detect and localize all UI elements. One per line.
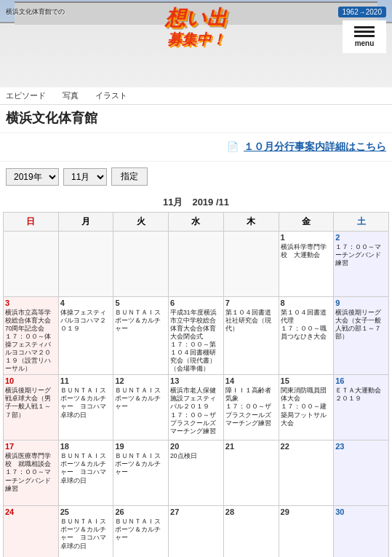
cell-date: 6 [170, 299, 222, 307]
list-item: ＢＵＮＴＡＩスポーツ＆カルチャー ヨコハマ 卓球の日 [60, 387, 112, 419]
cell-date: 7 [225, 299, 277, 307]
table-row: 14障ＩＩ１高齢者気象１７：００～ザプラスクールズマーチング練習 [223, 375, 279, 441]
table-row: 29 [279, 506, 334, 557]
nav-illustration[interactable]: イラスト [95, 90, 127, 101]
list-item: 障ＩＩ１高齢者気象 [225, 387, 277, 403]
table-row: 12ＢＵＮＴＡＩスポーツ＆カルチャー [113, 375, 169, 441]
event-link-icon: 📄 [227, 141, 239, 152]
weekday-thu: 木 [223, 213, 279, 232]
table-row: 15関東消防職員団体大会１７：００～建築局フットサル大会 [279, 375, 334, 441]
table-row: 21 [223, 441, 279, 506]
table-row: 9横浜後期リーグ大会（女子一般人戦の部１～７部） [334, 297, 389, 375]
weekday-sat: 土 [334, 213, 389, 232]
cell-date: 14 [225, 376, 277, 385]
list-item: 横浜後期リーグ戦卓球大会（男子一般人戦１～７部） [5, 387, 57, 419]
page-title-bar: 横浜文化体育館 [0, 105, 392, 133]
list-item: 横浜後期リーグ大会（女子一般人戦の部１～７部） [335, 309, 387, 341]
cell-date: 9 [335, 299, 387, 307]
table-row: 16ＥＴＡ大運動会２０１９ [334, 375, 389, 441]
cell-date: 13 [170, 376, 222, 385]
list-item: 第１０４回書道社社研究会（現代） [225, 309, 277, 333]
table-row [58, 232, 113, 297]
list-item: １７：００～ザプラスクールズマーチング練習 [170, 411, 222, 435]
table-row: 18ＢＵＮＴＡＩスポーツ＆カルチャー ヨコハマ 卓球の日 [58, 441, 113, 506]
list-item: 20点検日 [170, 452, 222, 460]
list-item: １７：００～体操フェスティバルヨコハマ２０１９（設営リハーサル） [5, 333, 57, 373]
list-item: 第１０４回書道代理 [281, 309, 332, 325]
menu-button[interactable]: menu [343, 20, 386, 53]
date-filter: 2019年 11月 指定 [0, 162, 392, 191]
table-row [223, 232, 279, 297]
header-right: 1962→2020 menu [338, 7, 387, 53]
weekday-sun: 日 [4, 213, 59, 232]
table-row: 13横浜市老人保健施設フェスティバル２０１９１７：００～ザプラスクールズマーチン… [169, 375, 224, 441]
month-select[interactable]: 11月 [63, 168, 107, 186]
year-select[interactable]: 2019年 [6, 168, 59, 186]
list-item: 横浜市老人保健施設フェスティバル２０１９ [170, 387, 222, 411]
list-item: ＢＵＮＴＡＩスポーツ＆カルチャー [115, 309, 167, 333]
cell-date: 2 [335, 233, 387, 242]
cell-date: 25 [60, 507, 112, 516]
list-item: 体操フェスティバルヨコハマ２０１９ [60, 309, 112, 333]
nav-bar: エピソード 写真 イラスト [0, 87, 392, 105]
list-item: ＢＵＮＴＡＩスポーツ＆カルチャー [115, 452, 167, 476]
table-row: 10横浜後期リーグ戦卓球大会（男子一般人戦１～７部） [4, 375, 59, 441]
weekday-mon: 月 [58, 213, 113, 232]
list-item: ＢＵＮＴＡＩスポーツ＆カルチャー [115, 387, 167, 411]
cell-date: 26 [115, 507, 167, 516]
nav-episode[interactable]: エピソード [6, 90, 46, 101]
list-item: 関東消防職員団体大会 [281, 387, 332, 403]
weekday-fri: 金 [279, 213, 334, 232]
cell-date: 12 [115, 376, 167, 385]
cell-date: 30 [335, 507, 387, 516]
table-row: 30 [334, 506, 389, 557]
calendar-table: 日 月 火 水 木 金 土 1横浜科学専門学校 大運動会2１７：００～マーチング… [3, 212, 389, 557]
table-row [169, 232, 224, 297]
table-row: 25ＢＵＮＴＡＩスポーツ＆カルチャー ヨコハマ 卓球の日 [58, 506, 113, 557]
table-row: 22 [279, 441, 334, 506]
list-item: １７：００～マーチングバンド練習 [335, 243, 387, 267]
list-item: １７：００～ザプラスクールズマーチング練習 [225, 403, 277, 427]
table-row: 3横浜市立高等学校総合体育大会70周年記念会１７：００～体操フェスティバルヨコハ… [4, 297, 59, 375]
list-item: １７：００～職員つなひき大会 [281, 325, 332, 341]
weekday-wed: 水 [169, 213, 224, 232]
cell-date: 15 [281, 376, 332, 385]
list-item: ＥＴＡ大運動会２０１９ [335, 387, 387, 403]
table-row: 8第１０４回書道代理１７：００～職員つなひき大会 [279, 297, 334, 375]
cell-date: 21 [225, 442, 277, 451]
table-row: 4体操フェスティバルヨコハマ２０１９ [58, 297, 113, 375]
table-row: 7第１０４回書道社社研究会（現代） [223, 297, 279, 375]
cell-date: 29 [281, 507, 332, 516]
list-item: １７：００～第１０４回書棚研究会（現代書）（会場準備） [170, 341, 222, 373]
years-badge: 1962→2020 [338, 7, 387, 17]
table-row: 2020点検日 [169, 441, 224, 506]
list-item: ＢＵＮＴＡＩスポーツ＆カルチャー [115, 518, 167, 542]
cell-date: 19 [115, 442, 167, 451]
event-link[interactable]: １０月分行事案内詳細はこちら [244, 141, 386, 152]
cell-date: 8 [281, 299, 332, 307]
header-image: 横浜文化体育館での 1962→2020 menu 想い出 募集中！ [0, 0, 392, 87]
cell-date: 22 [281, 442, 332, 451]
cell-date: 16 [335, 376, 387, 385]
weekday-tue: 火 [113, 213, 169, 232]
table-row: 19ＢＵＮＴＡＩスポーツ＆カルチャー [113, 441, 169, 506]
table-row: 23 [334, 441, 389, 506]
cell-date: 24 [5, 507, 57, 516]
table-row: 26ＢＵＮＴＡＩスポーツ＆カルチャー [113, 506, 169, 557]
table-row: 11ＢＵＮＴＡＩスポーツ＆カルチャー ヨコハマ 卓球の日 [58, 375, 113, 441]
table-row [4, 232, 59, 297]
cell-date: 10 [5, 376, 57, 385]
table-row: 28 [223, 506, 279, 557]
nav-photo[interactable]: 写真 [63, 90, 79, 101]
calendar-month-header: 11月 2019 /11 [3, 191, 389, 212]
list-item: ＢＵＮＴＡＩスポーツ＆カルチャー ヨコハマ 卓球の日 [60, 452, 112, 484]
cell-date: 28 [225, 507, 277, 516]
table-row: 17横浜医療専門学校 就職相談会１７：００～マーチングバンド練習 [4, 441, 59, 506]
filter-button[interactable]: 指定 [111, 167, 148, 186]
catch-text: 想い出 募集中！ [165, 7, 227, 50]
list-item: １７：００～建築局フットサル大会 [281, 403, 332, 427]
list-item: 横浜市立高等学校総合体育大会70周年記念会 [5, 309, 57, 333]
list-item: 横浜科学専門学校 大運動会 [281, 243, 332, 259]
filter-bar: 📄 １０月分行事案内詳細はこちら [0, 133, 392, 162]
cell-date: 20 [170, 442, 222, 451]
